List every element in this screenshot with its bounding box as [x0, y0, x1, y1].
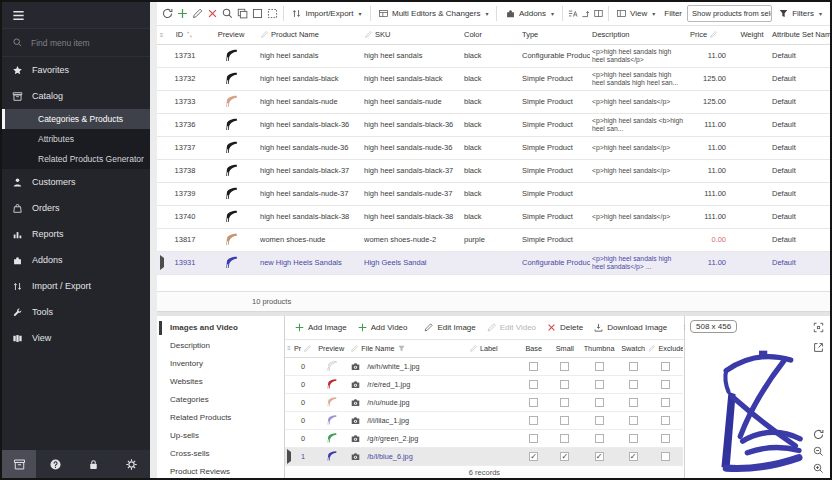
zoom-out-icon[interactable]	[812, 445, 825, 458]
column-header-preview[interactable]: Preview	[204, 26, 258, 44]
edit-image-button[interactable]: Edit Image	[419, 318, 479, 336]
column-header-file-name[interactable]: File Name	[349, 340, 468, 358]
column-header-preview[interactable]: Preview	[313, 340, 349, 358]
menu-search-input[interactable]	[29, 37, 129, 49]
product-row[interactable]: 13733high heel sandals-nudehigh heel san…	[157, 90, 832, 113]
checkbox-thumbnail[interactable]	[595, 362, 604, 371]
sidebar-item-customers[interactable]: Customers	[2, 169, 150, 195]
tab-cross-sells[interactable]: Cross-sells	[157, 445, 284, 463]
paste-button[interactable]	[266, 5, 279, 23]
menu-search[interactable]	[2, 29, 150, 57]
menu-toggle-button[interactable]	[2, 2, 150, 29]
auto-fill-button[interactable]	[567, 5, 578, 23]
checkbox-swatch[interactable]	[629, 362, 638, 371]
column-header-product-name[interactable]: Product Name	[258, 26, 362, 44]
checkbox-thumbnail[interactable]	[595, 416, 604, 425]
column-header-exclude[interactable]: Exclude	[649, 340, 683, 358]
product-row[interactable]: 13737high heel sandals-nude-36high heel …	[157, 136, 832, 159]
checkbox-thumbnail[interactable]: ✓	[595, 452, 604, 461]
zoom-in-icon[interactable]	[812, 462, 825, 475]
checkbox-small[interactable]	[560, 416, 569, 425]
image-row[interactable]: 0/w/h/white_1.jpg	[285, 358, 683, 376]
column-header-swatch[interactable]: Swatch	[618, 340, 649, 358]
copy-button[interactable]	[236, 5, 249, 23]
tab-up-sells[interactable]: Up-sells	[157, 427, 284, 445]
sidebar-subitem-categories-products[interactable]: Categories & Products	[2, 109, 150, 129]
add-button[interactable]	[176, 5, 189, 23]
checkbox-thumbnail[interactable]	[595, 398, 604, 407]
sidebar-item-addons[interactable]: Addons	[2, 247, 150, 273]
sidebar-item-reports[interactable]: Reports	[2, 221, 150, 247]
checkbox-swatch[interactable]	[629, 434, 638, 443]
download-image-button[interactable]: Download Image	[589, 318, 671, 336]
column-header-sku[interactable]: SKU	[362, 26, 462, 44]
level-up-button[interactable]	[580, 5, 591, 23]
product-row[interactable]: 13738high heel sandals-black-37high heel…	[157, 159, 832, 182]
checkbox-exclude[interactable]	[661, 362, 670, 371]
checkbox-base[interactable]	[529, 398, 538, 407]
sidebar-item-catalog[interactable]: Catalog	[2, 83, 150, 109]
checkbox-small[interactable]	[560, 398, 569, 407]
open-external-icon[interactable]	[812, 341, 825, 354]
filters-button[interactable]: Filters▾	[774, 5, 826, 23]
product-row[interactable]: 13931new High Heels SandalsHigh Geels Sa…	[157, 251, 832, 274]
tab-product-reviews[interactable]: Product Reviews	[157, 463, 284, 480]
column-header-thumbna[interactable]: Thumbna	[580, 340, 617, 358]
tab-description[interactable]: Description	[157, 337, 284, 355]
product-row[interactable]: 13732high heel sandals-blackhigh heel sa…	[157, 67, 832, 90]
edit-video-button[interactable]: Edit Video	[482, 318, 540, 336]
image-row[interactable]: 0/g/r/green_2.jpg	[285, 430, 683, 448]
fit-screen-icon[interactable]	[812, 321, 825, 334]
column-header-label[interactable]: Label	[468, 340, 518, 358]
delete-image-button[interactable]: Delete	[542, 318, 587, 336]
column-header-small[interactable]: Small	[549, 340, 580, 358]
sidebar-item-tools[interactable]: Tools	[2, 299, 150, 325]
sidebar-subitem-attributes[interactable]: Attributes	[2, 129, 150, 149]
column-header-attribute-set-name[interactable]: Attribute Set Name	[770, 26, 832, 44]
column-header-id[interactable]: ID	[166, 26, 204, 44]
settings-button[interactable]	[114, 450, 148, 478]
image-row[interactable]: 0/r/e/red_1.jpg	[285, 376, 683, 394]
delete-button[interactable]	[206, 5, 219, 23]
refresh-button[interactable]	[161, 5, 174, 23]
checkbox-small[interactable]	[560, 362, 569, 371]
checkbox-base[interactable]	[529, 434, 538, 443]
checkbox-exclude[interactable]	[661, 452, 670, 461]
checkbox-base[interactable]	[529, 362, 538, 371]
column-header-description[interactable]: Description	[590, 26, 688, 44]
checkbox-exclude[interactable]	[661, 398, 670, 407]
view-menu-button[interactable]: View▾	[612, 5, 659, 23]
import-export-menu-button[interactable]: Import/Export▾	[287, 5, 365, 23]
category-filter-select[interactable]: Show products from selected categories▾	[687, 5, 772, 22]
tab-categories[interactable]: Categories	[157, 391, 284, 409]
product-row[interactable]: 13739high heel sandals-nude-37high heel …	[157, 182, 832, 205]
checkbox-thumbnail[interactable]	[595, 434, 604, 443]
product-row[interactable]: 13817women shoes-nudewomen shoes-nude-2p…	[157, 228, 832, 251]
column-header-color[interactable]: Color	[462, 26, 520, 44]
tab-images-and-video[interactable]: Images and Video	[157, 319, 284, 337]
checkbox-exclude[interactable]	[661, 380, 670, 389]
sidebar-item-orders[interactable]: Orders	[2, 195, 150, 221]
sidebar-item-import-export[interactable]: Import / Export	[2, 273, 150, 299]
checkbox-exclude[interactable]	[661, 434, 670, 443]
checkbox-swatch[interactable]: ✓	[629, 452, 638, 461]
checkbox-thumbnail[interactable]	[595, 380, 604, 389]
addons-menu-button[interactable]: Addons▾	[501, 5, 558, 23]
select-button[interactable]	[251, 5, 264, 23]
checkbox-swatch[interactable]	[629, 398, 638, 407]
lock-button[interactable]	[76, 450, 110, 478]
column-header-price[interactable]: Price	[688, 26, 734, 44]
sidebar-item-favorites[interactable]: Favorites	[2, 57, 150, 83]
preview-pane-button[interactable]	[593, 5, 604, 23]
image-row[interactable]: 1/b/l/blue_6.jpg✓✓✓✓	[285, 448, 683, 466]
checkbox-small[interactable]	[560, 434, 569, 443]
image-row[interactable]: 0/l/i/lilac_1.jpg	[285, 412, 683, 430]
column-header-pr[interactable]: Pr	[293, 340, 313, 358]
product-row[interactable]: 13736high heel sandals-black-36high heel…	[157, 113, 832, 136]
multi-editors-menu-button[interactable]: Multi Editors & Changers▾	[374, 5, 493, 23]
add-video-button[interactable]: Add Video	[353, 318, 412, 336]
column-header-base[interactable]: Base	[518, 340, 549, 358]
tab-related-products[interactable]: Related Products	[157, 409, 284, 427]
checkbox-small[interactable]: ✓	[560, 452, 569, 461]
image-row[interactable]: 0/n/u/nude.jpg	[285, 394, 683, 412]
